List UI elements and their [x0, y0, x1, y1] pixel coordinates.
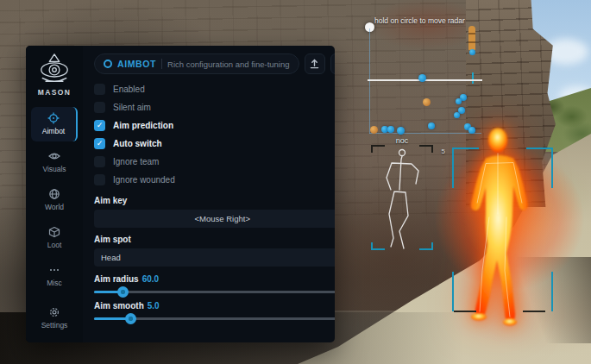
esp-skeleton-box: noc 5: [371, 145, 433, 250]
radar-dot-blue: [428, 122, 435, 129]
check-icon: ✓: [97, 122, 104, 129]
target-ring-icon: [104, 60, 112, 68]
checkbox[interactable]: ✓: [94, 84, 105, 95]
sidebar-item-misc[interactable]: Misc: [31, 259, 78, 293]
checkbox-ignore-team[interactable]: ✓ Ignore team: [94, 153, 335, 171]
slider-thumb[interactable]: [125, 313, 136, 324]
slider-value: 60.0: [142, 274, 159, 284]
esp-skeleton: [371, 145, 433, 250]
panel-header: AIMBOT Rich configuration and fine-tunin…: [94, 53, 335, 74]
esp-bracket-top-right: [551, 147, 553, 188]
globe-icon: [48, 188, 60, 200]
radar-dot-blue: [418, 74, 426, 82]
radar-dot-blue: [454, 112, 460, 118]
crosshair-icon: [47, 112, 60, 124]
checkbox[interactable]: ✓: [94, 120, 105, 131]
esp-bracket-bottom-right: [551, 272, 553, 311]
cheat-menu-window: MASON Aimbot: [26, 46, 335, 342]
aimbot-panel: AIMBOT Rich configuration and fine-tunin…: [83, 46, 335, 342]
checkbox-auto-switch[interactable]: ✓ Auto switch: [94, 135, 335, 153]
sidebar-item-aimbot[interactable]: Aimbot: [31, 107, 78, 141]
sidebar: MASON Aimbot: [26, 46, 83, 342]
sidebar-item-label: World: [45, 203, 64, 211]
cube-icon: [48, 226, 60, 238]
skeleton-bracket-top-left: [371, 145, 385, 147]
esp-bracket-bottom-right: [523, 311, 545, 312]
checkbox-label: Aim prediction: [113, 121, 173, 130]
aim-spot-label: Aim spot: [94, 235, 335, 244]
skeleton-bracket-top-left: [371, 145, 373, 153]
checkbox-label: Silent aim: [113, 103, 151, 112]
slider-label: Aim radius: [94, 274, 139, 284]
panel-title-bar: AIMBOT Rich configuration and fine-tunin…: [94, 53, 299, 74]
sidebar-item-label: Misc: [47, 279, 61, 287]
radar-dot-orange: [423, 98, 431, 106]
sidebar-item-label: Aimbot: [42, 127, 65, 135]
aim-key-button[interactable]: <Mouse Right>: [94, 210, 335, 228]
checkbox-label: Enabled: [113, 85, 145, 94]
checkbox-enabled[interactable]: ✓ Enabled: [94, 80, 335, 98]
esp-entity-name: noc: [371, 136, 433, 145]
aim-radius-label-row: Aim radius 60.0: [94, 274, 335, 284]
upload-icon: [310, 59, 319, 69]
mason-logo-icon: [35, 53, 73, 85]
checkbox[interactable]: ✓: [94, 138, 105, 149]
sidebar-item-loot[interactable]: Loot: [31, 221, 78, 255]
checkbox-label: Ignore wounded: [113, 175, 175, 185]
radar-left-edge: [369, 28, 370, 134]
game-screen: hold on circle to move radar noc 5: [0, 0, 591, 364]
radar-dot-blue: [456, 98, 462, 104]
sidebar-item-settings[interactable]: Settings: [31, 301, 78, 336]
esp-bracket-bottom-left: [454, 311, 476, 312]
check-icon: ✓: [97, 140, 104, 147]
checkbox[interactable]: ✓: [94, 102, 105, 113]
aim-key-label: Aim key: [94, 196, 335, 205]
enemy-player-chams: [460, 122, 542, 328]
panel-title: AIMBOT: [117, 59, 156, 69]
esp-distance-label: 5: [442, 147, 445, 155]
radar-dot-blue: [397, 127, 405, 135]
aim-smooth-slider[interactable]: [94, 317, 335, 320]
radar-dot-orange: [370, 126, 378, 134]
slider-thumb[interactable]: [117, 286, 129, 298]
radar-dot-blue: [468, 127, 475, 134]
checkbox[interactable]: ✓: [94, 174, 105, 185]
checkbox-label: Ignore team: [113, 157, 159, 166]
esp-bracket-top-left: [452, 147, 454, 188]
slider-label: Aim smooth: [94, 301, 144, 311]
radar-hint-text: hold on circle to move radar: [374, 16, 465, 25]
radar-bottom-edge: [369, 133, 481, 134]
skeleton-bracket-bottom-right: [431, 242, 433, 250]
checkbox[interactable]: ✓: [94, 156, 105, 167]
sidebar-item-label: Settings: [41, 321, 68, 329]
checkbox-aim-prediction[interactable]: ✓ Aim prediction: [94, 116, 335, 135]
esp-bracket-top-left: [452, 147, 479, 149]
skeleton-bracket-bottom-left: [371, 248, 385, 250]
aim-spot-dropdown[interactable]: Head: [94, 248, 335, 267]
divider: [161, 59, 162, 69]
panel-subtitle: Rich configuration and fine-tuning: [167, 60, 290, 69]
sidebar-item-label: Visuals: [42, 165, 66, 173]
dots-icon: [48, 264, 60, 276]
skeleton-bracket-bottom-left: [371, 242, 373, 250]
sidebar-item-label: Loot: [47, 241, 62, 249]
aim-spot-value: Head: [101, 253, 335, 262]
checkbox-ignore-wounded[interactable]: ✓ Ignore wounded: [94, 171, 335, 189]
esp-bracket-bottom-left: [452, 272, 454, 311]
brand: MASON: [35, 53, 73, 97]
brand-label: MASON: [38, 88, 72, 97]
radar-widget: hold on circle to move radar: [369, 27, 481, 134]
aim-radius-slider[interactable]: [94, 291, 335, 293]
eye-icon: [48, 150, 60, 162]
sidebar-item-world[interactable]: World: [31, 183, 78, 217]
aim-smooth-label-row: Aim smooth 5.0: [94, 301, 335, 311]
skeleton-bracket-top-right: [431, 145, 433, 153]
gear-icon: [48, 306, 60, 318]
sidebar-item-visuals[interactable]: Visuals: [31, 145, 78, 179]
slider-value: 5.0: [148, 301, 160, 311]
import-config-button[interactable]: [330, 53, 335, 74]
export-config-button[interactable]: [305, 53, 325, 74]
esp-bracket-top-right: [526, 147, 553, 149]
radar-dot-blue: [387, 126, 394, 133]
checkbox-silent-aim[interactable]: ✓ Silent aim: [94, 98, 335, 116]
